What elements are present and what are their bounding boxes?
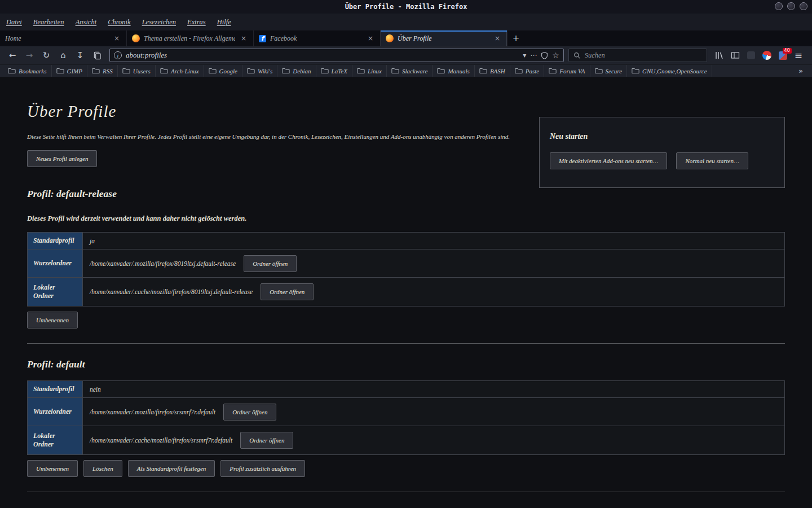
bookmark-item[interactable]: Bookmarks bbox=[3, 65, 52, 77]
menubar-item-datei[interactable]: Datei bbox=[6, 18, 22, 27]
row-value: /home/xanvader/.cache/mozilla/firefox/sr… bbox=[90, 437, 232, 444]
menubar-item-hilfe[interactable]: Hilfe bbox=[217, 18, 231, 27]
folder-icon bbox=[595, 68, 603, 74]
chevron-down-icon[interactable]: ▾ bbox=[523, 51, 526, 59]
profile-table: Standardprofil ja Wurzelordner /home/xan… bbox=[27, 232, 785, 306]
tab-facebook[interactable]: f Facebook × bbox=[254, 30, 381, 46]
open-folder-button[interactable]: Ordner öffnen bbox=[244, 255, 297, 272]
restart-normal-button[interactable]: Normal neu starten… bbox=[676, 152, 748, 169]
bookmark-item[interactable]: GIMP bbox=[52, 65, 88, 77]
menubar-item-lesezeichen[interactable]: Lesezeichen bbox=[142, 18, 176, 27]
profile-in-use-note: Dieses Profil wird derzeit verwendet und… bbox=[27, 214, 785, 223]
bookmark-item[interactable]: GNU,Gnome,OpenSource bbox=[627, 65, 712, 77]
back-button[interactable]: ← bbox=[5, 48, 20, 63]
tab-close-icon[interactable]: × bbox=[366, 34, 375, 42]
search-input[interactable] bbox=[585, 51, 702, 60]
hamburger-menu-icon[interactable]: ≡ bbox=[795, 50, 802, 61]
url-bar[interactable]: i ▾ ⋯ ☆ bbox=[109, 49, 564, 62]
row-value: /home/xanvader/.mozilla/firefox/8019ltxj… bbox=[90, 260, 236, 267]
shield-icon[interactable] bbox=[541, 52, 548, 59]
profile-table: Standardprofil nein Wurzelordner /home/x… bbox=[27, 380, 785, 455]
menubar-item-chronik[interactable]: Chronik bbox=[108, 18, 131, 27]
section-divider bbox=[27, 492, 785, 492]
delete-button[interactable]: Löschen bbox=[83, 460, 122, 477]
tab-ueber-profile[interactable]: Über Profile × bbox=[381, 30, 508, 46]
folder-icon bbox=[247, 68, 255, 74]
window-minimize-button[interactable] bbox=[775, 2, 783, 10]
folder-icon bbox=[122, 68, 130, 74]
bookmark-item[interactable]: Paste bbox=[510, 65, 544, 77]
sidebar-icon[interactable] bbox=[731, 51, 740, 60]
bookmark-item[interactable]: Manuals bbox=[433, 65, 475, 77]
page-actions-icon[interactable]: ⋯ bbox=[530, 51, 537, 59]
extension-icon-2[interactable] bbox=[762, 51, 771, 60]
rename-button[interactable]: Umbenennen bbox=[27, 460, 78, 477]
firefox-favicon bbox=[386, 34, 394, 42]
run-additional-button[interactable]: Profil zusätzlich ausführen bbox=[220, 460, 305, 477]
folder-icon bbox=[357, 68, 365, 74]
row-label: Standardprofil bbox=[28, 233, 83, 249]
clipboard-button[interactable] bbox=[89, 48, 105, 63]
bookmark-item[interactable]: Arch-Linux bbox=[156, 65, 204, 77]
tab-close-icon[interactable]: × bbox=[112, 34, 121, 42]
bookmark-item[interactable]: Secure bbox=[590, 65, 628, 77]
bookmark-item[interactable]: Debian bbox=[277, 65, 316, 77]
row-value: /home/xanvader/.mozilla/firefox/srsmrf7r… bbox=[90, 409, 215, 415]
profile-section-default: Profil: default Standardprofil nein Wurz… bbox=[27, 358, 785, 477]
bookmark-item[interactable]: Slackware bbox=[387, 65, 433, 77]
open-folder-button[interactable]: Ordner öffnen bbox=[261, 283, 314, 300]
menubar-item-extras[interactable]: Extras bbox=[187, 18, 206, 27]
clipboard-icon bbox=[93, 51, 102, 60]
bookmarks-overflow-icon[interactable]: » bbox=[793, 67, 809, 75]
window-close-button[interactable] bbox=[800, 2, 807, 10]
folder-icon bbox=[282, 68, 290, 74]
window-titlebar: Über Profile - Mozilla Firefox bbox=[0, 0, 812, 14]
bookmark-item[interactable]: LaTeX bbox=[316, 65, 352, 77]
bookmark-label: Debian bbox=[293, 68, 311, 75]
bookmark-item[interactable]: Wiki's bbox=[242, 65, 277, 77]
reload-button[interactable]: ↻ bbox=[38, 48, 54, 63]
set-default-button[interactable]: Als Standardprofil festlegen bbox=[128, 460, 215, 477]
bookmark-label: GNU,Gnome,OpenSource bbox=[642, 68, 707, 75]
menubar-item-ansicht[interactable]: Ansicht bbox=[76, 18, 97, 27]
bookmark-item[interactable]: Google bbox=[204, 65, 242, 77]
bookmark-item[interactable]: Linux bbox=[352, 65, 387, 77]
tab-thema-erstellen[interactable]: Thema erstellen - Firefox Allgeme × bbox=[127, 30, 254, 46]
site-info-icon[interactable]: i bbox=[114, 51, 122, 59]
intro-text: Diese Seite hilft Ihnen beim Verwalten I… bbox=[27, 133, 510, 140]
restart-safemode-button[interactable]: Mit deaktivierten Add-ons neu starten… bbox=[550, 152, 667, 169]
tab-label: Thema erstellen - Firefox Allgeme bbox=[144, 34, 235, 43]
tab-home[interactable]: Home × bbox=[0, 30, 127, 46]
window-maximize-button[interactable] bbox=[787, 2, 795, 10]
bookmark-star-icon[interactable]: ☆ bbox=[552, 51, 559, 60]
menubar: Datei Bearbeiten Ansicht Chronik Lesezei… bbox=[0, 14, 812, 30]
new-tab-button[interactable]: + bbox=[508, 30, 524, 46]
bookmark-item[interactable]: BASH bbox=[475, 65, 510, 77]
bookmark-label: Manuals bbox=[448, 68, 470, 75]
folder-icon bbox=[549, 68, 557, 74]
firefox-favicon bbox=[132, 34, 140, 42]
create-profile-button[interactable]: Neues Profil anlegen bbox=[27, 150, 97, 167]
tab-close-icon[interactable]: × bbox=[239, 34, 248, 42]
menubar-item-bearbeiten[interactable]: Bearbeiten bbox=[33, 18, 64, 27]
tab-close-icon[interactable]: × bbox=[493, 34, 502, 42]
bookmarks-toolbar: Bookmarks GIMP RSS Uusers Arch-Linux Goo… bbox=[0, 64, 812, 77]
url-input[interactable] bbox=[126, 51, 519, 60]
row-label: Lokaler Ordner bbox=[28, 426, 83, 454]
extension-icon-3[interactable]: 40 bbox=[779, 51, 787, 60]
library-icon[interactable] bbox=[714, 51, 723, 60]
bookmark-item[interactable]: Uusers bbox=[118, 65, 156, 77]
page-content: Über Profile Diese Seite hilft Ihnen bei… bbox=[0, 77, 812, 508]
search-bar[interactable] bbox=[568, 49, 707, 62]
folder-icon bbox=[209, 68, 217, 74]
bookmark-item[interactable]: RSS bbox=[87, 65, 118, 77]
folder-icon bbox=[160, 68, 168, 74]
forward-button[interactable]: → bbox=[21, 48, 37, 63]
open-folder-button[interactable]: Ordner öffnen bbox=[223, 404, 276, 421]
home-button[interactable]: ⌂ bbox=[55, 48, 71, 63]
open-folder-button[interactable]: Ordner öffnen bbox=[240, 432, 293, 449]
rename-button[interactable]: Umbenennen bbox=[27, 312, 78, 329]
extension-icon-1[interactable] bbox=[747, 51, 755, 59]
bookmark-item[interactable]: Forum VA bbox=[544, 65, 590, 77]
download-button[interactable]: ↧ bbox=[72, 48, 88, 63]
